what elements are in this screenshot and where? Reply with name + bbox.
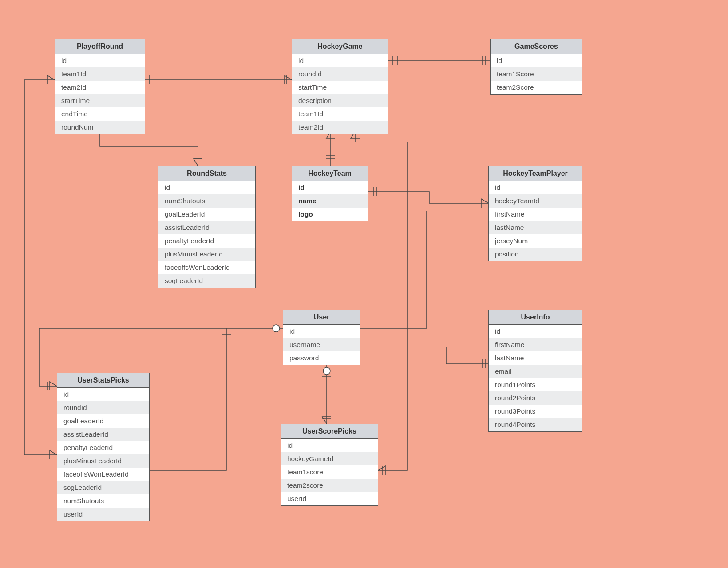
field: description — [292, 94, 388, 107]
field: name — [292, 194, 368, 208]
field: faceoffsWonLeaderId — [57, 468, 149, 481]
field: startTime — [55, 94, 145, 107]
field: lastName — [489, 351, 582, 365]
field: roundNum — [55, 121, 145, 134]
field: roundId — [292, 67, 388, 81]
field: id — [489, 181, 582, 194]
field: faceoffsWonLeaderId — [158, 261, 255, 274]
entity-hockey-team: HockeyTeam id name logo — [292, 166, 368, 221]
entity-playoff-round: PlayoffRound id team1Id team2Id startTim… — [55, 39, 145, 134]
entity-user: User id username password — [283, 310, 360, 365]
field: team1score — [281, 465, 378, 479]
entity-hockey-team-player: HockeyTeamPlayer id hockeyTeamId firstNa… — [488, 166, 582, 261]
field: team2score — [281, 479, 378, 492]
entity-rows: id hockeyGameId team1score team2score us… — [281, 439, 378, 505]
entity-rows: id numShutouts goalLeaderId assistLeader… — [158, 181, 255, 288]
field: logo — [292, 208, 368, 221]
field: id — [283, 325, 360, 338]
entity-title: UserScorePicks — [281, 424, 378, 439]
entity-rows: id hockeyTeamId firstName lastName jerse… — [489, 181, 582, 261]
field: plusMinusLeaderId — [158, 248, 255, 261]
svg-point-27 — [323, 367, 330, 375]
field: endTime — [55, 107, 145, 121]
field: sogLeaderId — [57, 481, 149, 494]
field: team2Id — [55, 81, 145, 94]
field: assistLeaderId — [57, 428, 149, 441]
field: id — [281, 439, 378, 452]
entity-title: HockeyGame — [292, 39, 388, 54]
entity-rows: id team1Score team2Score — [491, 54, 582, 94]
entity-rows: id team1Id team2Id startTime endTime rou… — [55, 54, 145, 134]
field: round4Points — [489, 418, 582, 431]
entity-title: HockeyTeam — [292, 166, 368, 181]
field: id — [292, 54, 388, 67]
field: team1Id — [292, 107, 388, 121]
field: id — [491, 54, 582, 67]
field: team2Score — [491, 81, 582, 94]
field: penaltyLeaderId — [158, 234, 255, 248]
entity-rows: id name logo — [292, 181, 368, 221]
field: id — [292, 181, 368, 194]
field: team1Score — [491, 67, 582, 81]
field: roundId — [57, 401, 149, 414]
entity-rows: id roundId goalLeaderId assistLeaderId p… — [57, 388, 149, 521]
field: id — [57, 388, 149, 401]
entity-title: UserInfo — [489, 310, 582, 325]
entity-user-stats-picks: UserStatsPicks id roundId goalLeaderId a… — [57, 373, 150, 521]
field: id — [55, 54, 145, 67]
field: round3Points — [489, 405, 582, 418]
entity-round-stats: RoundStats id numShutouts goalLeaderId a… — [158, 166, 256, 288]
field: id — [158, 181, 255, 194]
field: team2Id — [292, 121, 388, 134]
entity-rows: id firstName lastName email round1Points… — [489, 325, 582, 431]
field: goalLeaderId — [158, 208, 255, 221]
entity-game-scores: GameScores id team1Score team2Score — [490, 39, 582, 95]
field: position — [489, 248, 582, 261]
entity-title: HockeyTeamPlayer — [489, 166, 582, 181]
field: hockeyTeamId — [489, 194, 582, 208]
entity-rows: id username password — [283, 325, 360, 365]
field: sogLeaderId — [158, 274, 255, 288]
svg-point-22 — [273, 325, 280, 332]
entity-title: PlayoffRound — [55, 39, 145, 54]
field: userId — [57, 508, 149, 521]
field: round1Points — [489, 378, 582, 391]
entity-title: GameScores — [491, 39, 582, 54]
field: firstName — [489, 208, 582, 221]
field: plusMinusLeaderId — [57, 454, 149, 468]
field: username — [283, 338, 360, 351]
field: goalLeaderId — [57, 414, 149, 428]
entity-rows: id roundId startTime description team1Id… — [292, 54, 388, 134]
field: numShutouts — [57, 494, 149, 508]
entity-hockey-game: HockeyGame id roundId startTime descript… — [292, 39, 388, 134]
field: lastName — [489, 221, 582, 234]
entity-title: UserStatsPicks — [57, 373, 149, 388]
entity-title: RoundStats — [158, 166, 255, 181]
entity-title: User — [283, 310, 360, 325]
entity-user-score-picks: UserScorePicks id hockeyGameId team1scor… — [281, 424, 378, 506]
field: id — [489, 325, 582, 338]
field: jerseyNum — [489, 234, 582, 248]
field: penaltyLeaderId — [57, 441, 149, 454]
entity-user-info: UserInfo id firstName lastName email rou… — [488, 310, 582, 432]
field: team1Id — [55, 67, 145, 81]
field: assistLeaderId — [158, 221, 255, 234]
field: numShutouts — [158, 194, 255, 208]
field: firstName — [489, 338, 582, 351]
field: userId — [281, 492, 378, 505]
field: password — [283, 351, 360, 365]
field: hockeyGameId — [281, 452, 378, 465]
field: email — [489, 365, 582, 378]
field: round2Points — [489, 391, 582, 405]
field: startTime — [292, 81, 388, 94]
